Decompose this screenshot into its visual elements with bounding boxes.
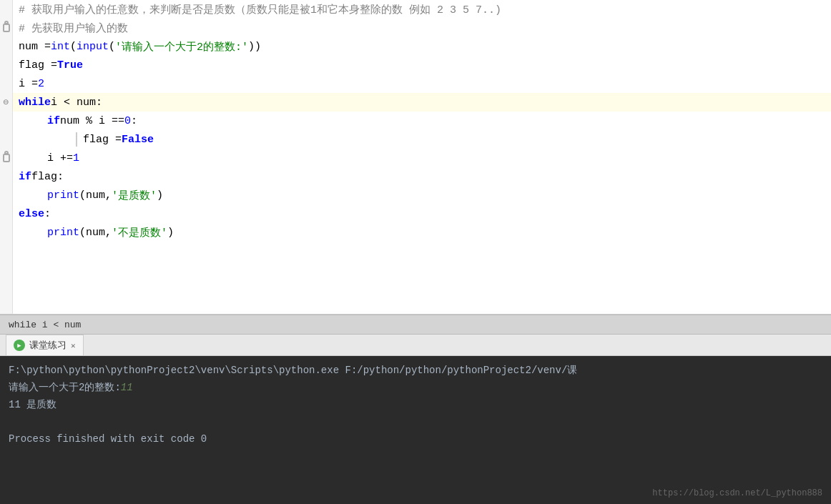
code-line-9: i += 1: [13, 149, 831, 167]
tab-icon: ▶: [14, 340, 25, 351]
terminal-line-5: Process finished with exit code 0: [9, 430, 822, 448]
gutter-13: [0, 223, 13, 242]
code-line-3: num = int(input('请输入一个大于2的整数:')): [13, 37, 831, 56]
gutter-8: [0, 130, 13, 149]
code-line-7: if num % i == 0:: [13, 112, 831, 130]
gutter-5: [0, 74, 13, 93]
gutter-14: [0, 242, 13, 260]
code-line-12: else:: [13, 204, 831, 223]
gutter-12: [0, 204, 13, 223]
terminal-tab-bar: ▶ 课堂练习 ✕: [0, 335, 831, 356]
status-bar-text: while i < num: [9, 320, 81, 330]
code-line-11: print(num,'是质数'): [13, 186, 831, 204]
code-lines: # 获取用户输入的任意数，来判断是否是质数（质数只能是被1和它本身整除的数 例如…: [13, 0, 831, 314]
gutter-4: [0, 56, 13, 74]
code-line-13: print(num,'不是质数'): [13, 223, 831, 242]
terminal-area: ▶ 课堂练习 ✕ F:\python\python\pythonProject2…: [0, 335, 831, 504]
terminal-line-3: 11 是质数: [9, 396, 822, 413]
gutter-3: [0, 37, 13, 56]
terminal-line-1: F:\python\python\pythonProject2\venv\Scr…: [9, 362, 822, 379]
code-line-6: while i < num:: [13, 93, 831, 112]
code-line-2: # 先获取用户输入的数: [13, 19, 831, 37]
code-line-5: i = 2: [13, 74, 831, 93]
code-line-8: flag = False: [13, 130, 831, 149]
editor-area: ⊖ # 获取用户输入的任意数，来判断是否是质数（质数只能是被1和它本身整除的数 …: [0, 0, 831, 315]
tab-label: 课堂练习: [29, 339, 67, 352]
code-line-14: [13, 242, 831, 260]
gutter-10: [0, 167, 13, 186]
close-icon[interactable]: ✕: [71, 341, 76, 350]
code-line-4: flag = True: [13, 56, 831, 74]
code-line-1: # 获取用户输入的任意数，来判断是否是质数（质数只能是被1和它本身整除的数 例如…: [13, 0, 831, 19]
terminal-content: F:\python\python\pythonProject2\venv\Scr…: [0, 356, 831, 504]
terminal-line-2: 请输入一个大于2的整数:11: [9, 379, 822, 396]
gutter-1: [0, 0, 13, 19]
gutter-2: [0, 19, 13, 37]
gutter-9: [0, 149, 13, 167]
gutter-7: [0, 112, 13, 130]
status-bar: while i < num: [0, 315, 831, 335]
terminal-tab[interactable]: ▶ 课堂练习 ✕: [6, 335, 84, 355]
code-line-10: if flag:: [13, 167, 831, 186]
gutter-6: ⊖: [0, 93, 13, 112]
watermark: https://blog.csdn.net/L_python888: [652, 488, 822, 498]
gutter-11: [0, 186, 13, 204]
terminal-line-4: [9, 413, 822, 430]
line-gutter: ⊖: [0, 0, 13, 314]
